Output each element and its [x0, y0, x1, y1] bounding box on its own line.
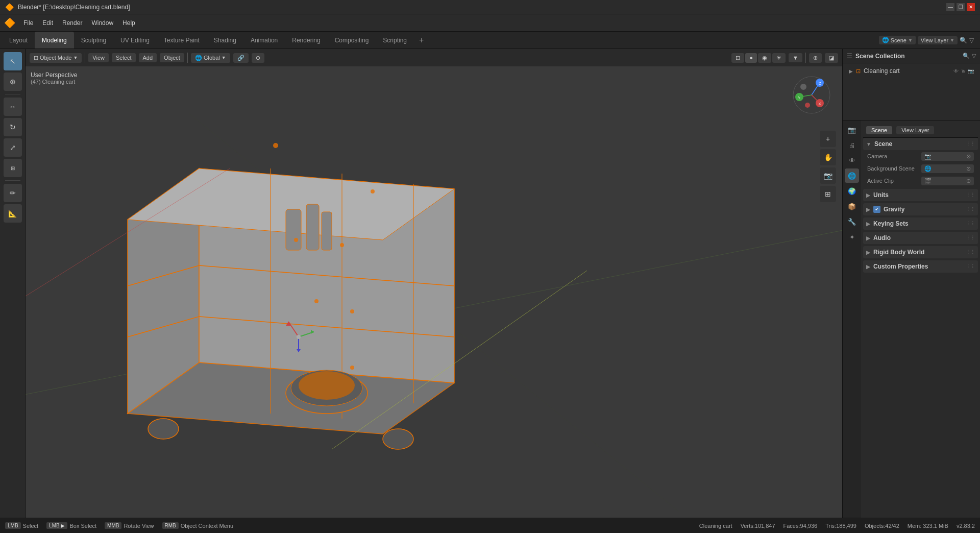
- outliner-scene-collection[interactable]: ▶ ⊡ Cleaning cart 👁 🖱 📷: [847, 65, 976, 77]
- scale-tool[interactable]: ⤢: [4, 138, 22, 157]
- blender-logo[interactable]: 🔶: [3, 16, 16, 30]
- render-icon[interactable]: 📷: [968, 68, 974, 74]
- bg-scene-label: Background Scene: [867, 165, 918, 172]
- bg-scene-pick-icon[interactable]: ⊙: [966, 165, 971, 172]
- outliner-search[interactable]: 🔍: [963, 53, 970, 59]
- expand-arrow-icon: ▶: [849, 68, 853, 74]
- svg-point-34: [297, 335, 301, 339]
- menu-render[interactable]: Render: [58, 18, 86, 28]
- search-icon[interactable]: 🔍: [960, 37, 967, 44]
- scene-tab[interactable]: Scene: [866, 126, 892, 134]
- scene-properties-tab[interactable]: 🌐: [845, 168, 859, 183]
- bg-scene-icon: 🌐: [924, 165, 932, 172]
- xray-toggle[interactable]: ◪: [825, 53, 838, 63]
- world-properties-tab[interactable]: 🌍: [845, 184, 859, 198]
- object-menu[interactable]: Object: [160, 53, 184, 62]
- svg-point-24: [340, 243, 344, 247]
- restore-button[interactable]: ❐: [957, 3, 965, 11]
- shading-options[interactable]: ▼: [789, 53, 802, 62]
- cursor-tool[interactable]: ⊕: [4, 72, 22, 91]
- view-layer-tab[interactable]: View Layer: [896, 126, 934, 134]
- camera-view-button[interactable]: 📷: [820, 167, 836, 184]
- filter-icon[interactable]: ▽: [969, 37, 974, 44]
- tab-compositing[interactable]: Compositing: [328, 32, 376, 49]
- add-workspace-button[interactable]: +: [414, 33, 429, 48]
- vert-count: Verts:101,847: [741, 523, 775, 529]
- rotate-tool[interactable]: ↻: [4, 118, 22, 136]
- viewport[interactable]: ⊡ Object Mode ▼ View Select Add Object 🌐…: [26, 49, 842, 518]
- snap-button[interactable]: 🔗: [233, 53, 249, 63]
- menu-window[interactable]: Window: [87, 18, 117, 28]
- view-menu[interactable]: View: [88, 53, 109, 62]
- custom-props-header[interactable]: ▶ Custom Properties ⋮⋮: [863, 260, 978, 273]
- camera-pick-icon[interactable]: ⊙: [966, 153, 971, 160]
- select-menu[interactable]: Select: [112, 53, 136, 62]
- bg-scene-row: Background Scene 🌐 ⊙: [863, 162, 978, 175]
- scene-section-header[interactable]: ▼ Scene ⋮⋮: [863, 138, 978, 150]
- output-properties-tab[interactable]: 🖨: [845, 138, 859, 152]
- tab-sculpting[interactable]: Sculpting: [74, 32, 113, 49]
- tab-uv-editing[interactable]: UV Editing: [113, 32, 157, 49]
- measure-tool[interactable]: 📐: [4, 204, 22, 223]
- tab-animation[interactable]: Animation: [243, 32, 285, 49]
- outliner-row-icons: 👁 🖱 📷: [953, 68, 974, 74]
- clip-pick-icon[interactable]: ⊙: [966, 178, 971, 184]
- transform-orientation[interactable]: 🌐 Global ▼: [191, 53, 230, 63]
- tab-scripting[interactable]: Scripting: [376, 32, 414, 49]
- proportional-edit[interactable]: ⊙: [252, 53, 264, 63]
- bg-scene-value[interactable]: 🌐 ⊙: [921, 164, 974, 173]
- menu-edit[interactable]: Edit: [38, 18, 57, 28]
- tab-texture-paint[interactable]: Texture Paint: [157, 32, 207, 49]
- tab-layout[interactable]: Layout: [2, 32, 35, 49]
- rigid-body-header[interactable]: ▶ Rigid Body World ⋮⋮: [863, 246, 978, 258]
- scene-selector[interactable]: 🌐 Scene ▼: [879, 36, 916, 44]
- units-section-header[interactable]: ▶ Units ⋮⋮: [863, 189, 978, 201]
- annotate-tool[interactable]: ✏: [4, 184, 22, 202]
- solid-mode[interactable]: ●: [745, 53, 757, 63]
- object-properties-tab[interactable]: 📦: [845, 199, 859, 213]
- keying-sets-header[interactable]: ▶ Keying Sets ⋮⋮: [863, 217, 978, 230]
- hand-tool-button[interactable]: ✋: [820, 149, 836, 165]
- particles-properties-tab[interactable]: ✦: [845, 230, 859, 244]
- audio-section-header[interactable]: ▶ Audio ⋮⋮: [863, 232, 978, 244]
- visibility-icon[interactable]: 👁: [953, 68, 959, 74]
- minimize-button[interactable]: —: [946, 3, 954, 11]
- wireframe-mode[interactable]: ⊡: [731, 53, 744, 63]
- svg-point-25: [314, 299, 318, 303]
- menu-file[interactable]: File: [19, 18, 37, 28]
- add-menu[interactable]: Add: [139, 53, 157, 62]
- selectable-icon[interactable]: 🖱: [961, 68, 966, 74]
- lmb-key: LMB: [5, 522, 21, 529]
- lmb-drag-key: LMB ▶: [46, 522, 67, 529]
- rigid-drag-icon: ⋮⋮: [966, 250, 975, 255]
- view-properties-tab[interactable]: 👁: [845, 153, 859, 167]
- overlays-button[interactable]: ⊕: [809, 53, 822, 63]
- active-clip-value[interactable]: 🎬 ⊙: [921, 177, 974, 185]
- collection-icon: ⊡: [856, 68, 861, 75]
- gravity-expand-icon: ▶: [866, 207, 870, 212]
- tab-modeling[interactable]: Modeling: [35, 32, 74, 49]
- rigid-expand-icon: ▶: [866, 250, 870, 255]
- gravity-checkbox[interactable]: ✓: [873, 206, 880, 213]
- close-button[interactable]: ✕: [967, 3, 975, 11]
- zoom-in-button[interactable]: +: [820, 131, 836, 147]
- material-mode[interactable]: ◉: [758, 53, 771, 63]
- outliner-filter[interactable]: ▽: [972, 53, 976, 59]
- select-tool[interactable]: ↖: [4, 52, 22, 70]
- tab-rendering[interactable]: Rendering: [285, 32, 327, 49]
- gravity-section-header[interactable]: ▶ ✓ Gravity ⋮⋮: [863, 203, 978, 215]
- render-properties-tab[interactable]: 📷: [845, 123, 859, 137]
- viewport-gizmo[interactable]: Z Y X: [791, 75, 832, 115]
- rendered-mode[interactable]: ☀: [772, 53, 786, 63]
- viewport-mode-selector[interactable]: ⊡ Object Mode ▼: [30, 53, 82, 63]
- menu-help[interactable]: Help: [118, 18, 139, 28]
- camera-value[interactable]: 📷 ⊙: [921, 152, 974, 161]
- audio-section: ▶ Audio ⋮⋮: [863, 232, 978, 244]
- tab-shading[interactable]: Shading: [207, 32, 243, 49]
- ortho-view-button[interactable]: ⊞: [820, 186, 836, 202]
- modifier-properties-tab[interactable]: 🔧: [845, 214, 859, 229]
- move-tool[interactable]: ↔: [4, 98, 22, 116]
- menu-bar: 🔶 File Edit Render Window Help: [0, 14, 980, 32]
- transform-tool[interactable]: ⊞: [4, 159, 22, 177]
- view-layer-selector[interactable]: View Layer ▼: [918, 36, 958, 44]
